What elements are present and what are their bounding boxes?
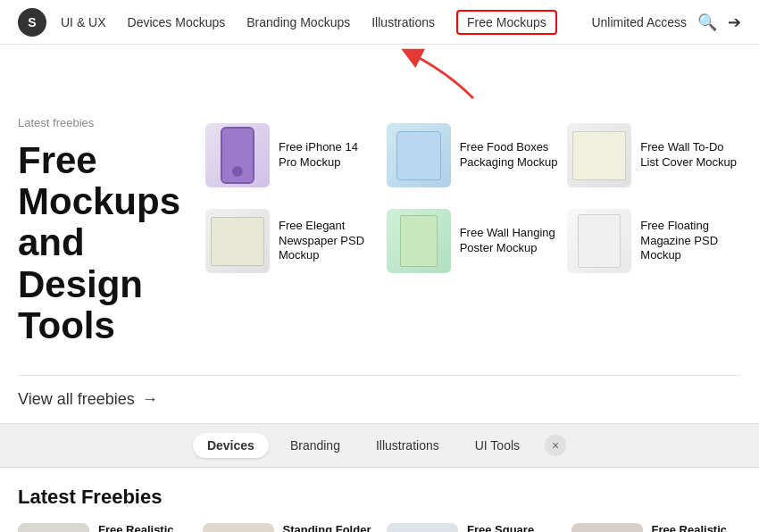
hero-right: Free iPhone 14 Pro Mockup Free Food Boxe…: [205, 116, 741, 366]
title-line3: and: [18, 221, 85, 263]
view-all-label: View all freebies: [18, 390, 135, 409]
mockup-title-3: Free Elegant Newspaper PSD Mockup: [279, 219, 380, 264]
annotation-area: [0, 45, 759, 98]
title-line5: Tools: [18, 304, 115, 346]
mag-shape: [578, 214, 621, 268]
view-all-freebies[interactable]: View all freebies →: [0, 376, 759, 423]
mockup-item-5[interactable]: Free Floating Magazine PSD Mockup: [567, 202, 741, 280]
freebie-info-3: Free Realistic Desk Calendars Mockup Oct…: [652, 523, 742, 532]
freebie-title-1: Standing Folder Mockup with Perforation: [283, 523, 373, 532]
tabs-bar: Devices Branding Illustrations UI Tools …: [0, 423, 759, 468]
tab-devices[interactable]: Devices: [193, 433, 269, 458]
title-line1: Free: [18, 139, 97, 181]
mockup-item-1[interactable]: Free Food Boxes Packaging Mockup: [387, 116, 561, 195]
mockup-title-4: Free Wall Hanging Poster Mockup: [460, 226, 561, 256]
tab-illustrations[interactable]: Illustrations: [362, 433, 454, 458]
mockup-item-2[interactable]: Free Wall To-Do List Cover Mockup: [567, 116, 741, 195]
title-line4: Design: [18, 263, 143, 305]
main-nav: UI & UX Devices Mockups Branding Mockups…: [61, 10, 591, 35]
mockup-title-1: Free Food Boxes Packaging Mockup: [460, 140, 561, 170]
freebie-thumb-0: [18, 523, 89, 532]
lower-section: Latest Freebies Free Realistic Wood Fram…: [0, 468, 759, 532]
freebie-info-1: Standing Folder Mockup with Perforation …: [283, 523, 373, 532]
nav-free-mockups[interactable]: Free Mockups: [456, 10, 557, 35]
mockup-item-4[interactable]: Free Wall Hanging Poster Mockup: [387, 202, 561, 280]
header-right: Unlimited Access 🔍 ➔: [591, 12, 741, 32]
newspaper-shape: [211, 217, 264, 266]
tab-close-button[interactable]: ×: [545, 435, 566, 456]
site-logo[interactable]: S: [18, 8, 46, 37]
title-line2: Mockups: [18, 180, 180, 222]
mockup-thumb-1: [387, 123, 451, 187]
freebie-title-0: Free Realistic Wood Frame Poster Mockup: [98, 523, 188, 532]
poster-shape: [400, 215, 438, 267]
hero-label: Latest freebies: [18, 116, 179, 129]
mockup-thumb-3: [205, 209, 270, 273]
hero-left: Latest freebies Free Mockups and Design …: [18, 116, 179, 366]
freebie-title-2: Free Square Lightbox Sign Mockup: [467, 523, 557, 532]
view-all-arrow: →: [142, 390, 158, 409]
phone-shape: [221, 127, 254, 184]
freebie-info-2: Free Square Lightbox Sign Mockup Oct 11,…: [467, 523, 557, 532]
nav-illustrations[interactable]: Illustrations: [371, 15, 435, 29]
logo-text: S: [28, 15, 36, 29]
hero-section: Latest freebies Free Mockups and Design …: [0, 98, 759, 375]
freebie-item-1[interactable]: FOLDER Standing Folder Mockup with Perfo…: [203, 523, 373, 532]
tab-ui-tools[interactable]: UI Tools: [461, 433, 534, 458]
freebie-item-0[interactable]: Free Realistic Wood Frame Poster Mockup …: [18, 523, 188, 532]
site-header: S UI & UX Devices Mockups Branding Mocku…: [0, 0, 759, 45]
tab-branding[interactable]: Branding: [276, 433, 354, 458]
wall-shape: [572, 131, 626, 180]
latest-freebies-title: Latest Freebies: [18, 486, 741, 509]
mockup-title-2: Free Wall To-Do List Cover Mockup: [640, 140, 741, 170]
mockup-title-5: Free Floating Magazine PSD Mockup: [640, 219, 741, 264]
freebie-thumb-1: FOLDER: [203, 523, 274, 532]
mockup-thumb-5: [567, 209, 631, 273]
arrow-annotation: [393, 45, 500, 103]
box-shape: [396, 131, 441, 180]
freebie-thumb-2: SIGN: [387, 523, 458, 532]
hero-title: Free Mockups and Design Tools: [18, 140, 179, 346]
freebie-item-2[interactable]: SIGN Free Square Lightbox Sign Mockup Oc…: [387, 523, 557, 532]
freebie-title-3: Free Realistic Desk Calendars Mockup: [652, 523, 742, 532]
freebie-thumb-3: [571, 523, 643, 532]
freebies-grid: Free Realistic Wood Frame Poster Mockup …: [18, 523, 741, 532]
mockup-item-3[interactable]: Free Elegant Newspaper PSD Mockup: [205, 202, 380, 280]
nav-branding-mockups[interactable]: Branding Mockups: [246, 15, 350, 29]
freebie-item-3[interactable]: Free Realistic Desk Calendars Mockup Oct…: [571, 523, 742, 532]
freebie-info-0: Free Realistic Wood Frame Poster Mockup …: [98, 523, 188, 532]
login-icon[interactable]: ➔: [728, 12, 741, 32]
mockup-thumb-0: [205, 123, 270, 187]
search-icon[interactable]: 🔍: [697, 12, 717, 32]
mockup-thumb-4: [387, 209, 451, 273]
nav-devices-mockups[interactable]: Devices Mockups: [128, 15, 226, 29]
mockup-grid: Free iPhone 14 Pro Mockup Free Food Boxe…: [205, 116, 741, 280]
mockup-thumb-2: [567, 123, 631, 187]
unlimited-access-label[interactable]: Unlimited Access: [591, 15, 687, 29]
nav-ui-ux[interactable]: UI & UX: [61, 15, 106, 29]
mockup-item-0[interactable]: Free iPhone 14 Pro Mockup: [205, 116, 380, 195]
mockup-title-0: Free iPhone 14 Pro Mockup: [279, 140, 380, 170]
